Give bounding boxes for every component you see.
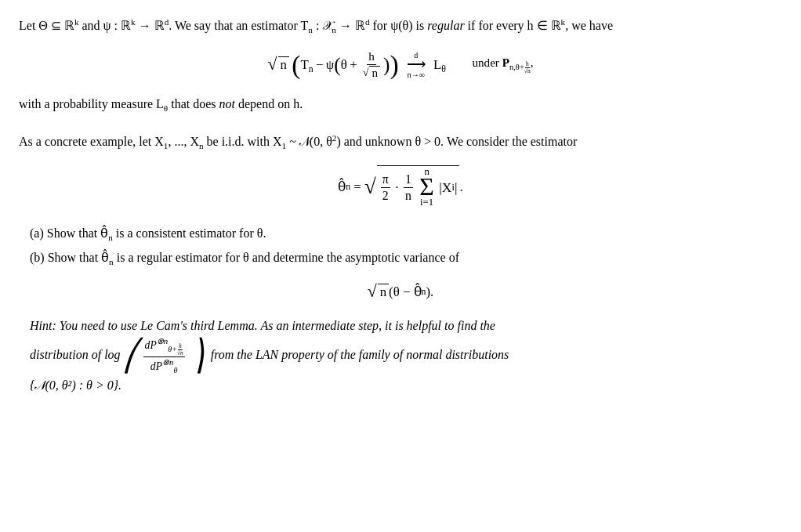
L-theta: Lθ bbox=[433, 57, 446, 73]
sqrt-n: √ n bbox=[268, 55, 289, 74]
pi-over-2: π 2 bbox=[381, 172, 390, 203]
psi-term: ψ bbox=[326, 57, 335, 73]
hint-line2: distribution of log ⎛ dP⊗nθ+h√n dP⊗nθ ⎞ … bbox=[30, 348, 509, 361]
estimator-formula: θ̂n = √ π 2 · 1 n n Σ i=1 |X bbox=[19, 165, 782, 208]
h-over-sqrt-n: h √ n bbox=[361, 50, 382, 81]
T-n: Tn bbox=[301, 57, 314, 73]
page-content: Let Θ ⊆ ℝk and ψ : ℝk → ℝd. We say that … bbox=[19, 16, 782, 396]
summation: n Σ i=1 bbox=[419, 166, 433, 208]
big-right-paren: ) bbox=[390, 52, 398, 78]
with-probability-text: with a probability measure Lθ that does … bbox=[19, 94, 782, 114]
big-sqrt: √ π 2 · 1 n n Σ i=1 |Xi| bbox=[364, 165, 459, 208]
under-P-label: under Pn,θ+h√n, bbox=[472, 56, 533, 74]
hint-block: Hint: You need to use Le Cam's third Lem… bbox=[19, 316, 782, 396]
convergence-arrow: d ⟶ n→∞ bbox=[407, 51, 426, 78]
med-right-paren: ) bbox=[383, 55, 390, 74]
hint-text: Hint: You need to use Le Cam's third Lem… bbox=[30, 319, 495, 332]
main-formula: √ n ( Tn − ψ ( θ + h √ n ) ) d ⟶ bbox=[19, 50, 782, 81]
asymptotic-variance-formula: √ n (θ − θ̂n). bbox=[19, 282, 782, 302]
big-left-paren: ( bbox=[292, 52, 300, 78]
definition-paragraph: Let Θ ⊆ ℝk and ψ : ℝk → ℝd. We say that … bbox=[19, 16, 782, 36]
problem-a: (a) Show that θ̂n is a consistent estima… bbox=[30, 223, 782, 244]
hint-line3: {𝒩(0, θ²) : θ > 0}. bbox=[30, 378, 121, 392]
radon-nikodym-frac: dP⊗nθ+h√n dP⊗nθ bbox=[143, 337, 185, 376]
sqrt-n2: √ n bbox=[368, 282, 389, 302]
med-left-paren: ( bbox=[334, 55, 340, 74]
problem-b: (b) Show that θ̂n is a regular estimator… bbox=[30, 247, 782, 268]
concrete-example-paragraph: As a concrete example, let X1, ..., Xn b… bbox=[19, 132, 782, 152]
one-over-n: 1 n bbox=[404, 172, 413, 203]
